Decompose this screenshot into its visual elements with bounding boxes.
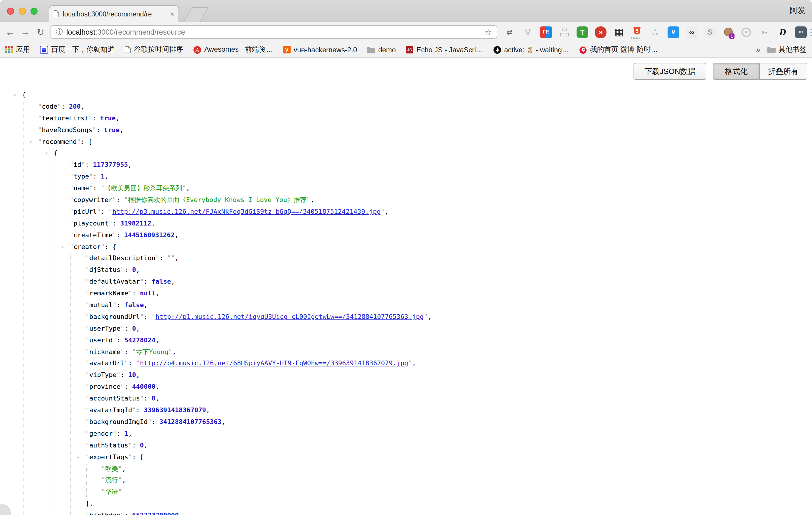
- onepassword-icon[interactable]: •••: [795, 26, 807, 38]
- minimize-window-button[interactable]: [19, 8, 26, 15]
- fe-icon[interactable]: FE: [540, 26, 552, 38]
- json-quote: ": [148, 418, 151, 426]
- json-value-literal: 3412884107765363: [160, 418, 222, 426]
- tampermonkey-shield-icon[interactable]: T: [577, 26, 588, 38]
- download-json-button[interactable]: 下载JSON数据: [634, 63, 706, 80]
- json-quote: ": [85, 418, 89, 426]
- bookmark-vue-hackernews[interactable]: Vvue-hackernews-2.0: [283, 46, 357, 54]
- bookmark-echojs[interactable]: JSEcho JS - JavaScri…: [406, 46, 483, 54]
- sitemap-node: [560, 33, 564, 36]
- json-key: birthday: [89, 512, 120, 515]
- json-quote: ": [120, 266, 124, 274]
- bird-icon[interactable]: ➳: [759, 26, 770, 38]
- expander-triangle-icon[interactable]: ▾: [13, 90, 17, 102]
- sitemap-icon[interactable]: [558, 26, 570, 38]
- qr-code-icon[interactable]: ▦: [613, 26, 625, 38]
- forward-icon[interactable]: →: [18, 27, 33, 37]
- expander-triangle-icon[interactable]: ▾: [29, 137, 32, 148]
- folder-icon: [767, 47, 776, 53]
- bookmark-apps[interactable]: 应用: [5, 45, 30, 55]
- fast-forward-icon[interactable]: »: [595, 26, 607, 38]
- expander-triangle-icon[interactable]: ▾: [45, 148, 48, 160]
- expander-triangle-icon[interactable]: ▾: [61, 241, 64, 253]
- json-value-link[interactable]: http://p1.music.126.net/iqygU3Uicg_cL00I…: [155, 313, 424, 321]
- new-tab-button[interactable]: [183, 7, 209, 23]
- vue-gray-icon[interactable]: V: [522, 26, 534, 38]
- incognito-icon[interactable]: ∞: [686, 26, 697, 38]
- url-bar[interactable]: ⓘ localhost :3000/recommend/resource ☆: [51, 25, 497, 39]
- json-key: creator: [74, 243, 101, 251]
- d-icon[interactable]: D: [777, 26, 788, 38]
- qr-code-icon-glyph: ▦: [614, 26, 624, 38]
- translate-icon[interactable]: ⇄: [504, 26, 516, 38]
- json-quote: ": [136, 360, 140, 367]
- paw-icon[interactable]: ∴: [649, 26, 661, 38]
- json-quote: ": [69, 208, 74, 216]
- tab-close-icon[interactable]: ×: [170, 10, 174, 17]
- json-value-link[interactable]: http://p4.music.126.net/68HSpiyAAVY-HI9-…: [140, 360, 408, 367]
- profile-name[interactable]: 阿发: [790, 5, 806, 16]
- indent-guide: [86, 464, 87, 497]
- json-comma: ,: [144, 301, 148, 309]
- bookmarks-overflow-chevron[interactable]: »: [756, 45, 760, 54]
- json-key: authStatus: [89, 441, 128, 449]
- back-icon[interactable]: ←: [2, 27, 18, 37]
- bookmark-demo[interactable]: demo: [367, 46, 396, 54]
- json-value-literal: 3396391418367079: [144, 406, 206, 414]
- expander-triangle-icon[interactable]: ▾: [77, 452, 80, 464]
- json-quote: ": [88, 115, 92, 122]
- json-colon: :: [92, 115, 100, 122]
- json-value-link[interactable]: http://p3.music.126.net/FJAxNkFoq3dGiS9t…: [112, 208, 381, 216]
- browser-tab[interactable]: localhost:3000/recommend/re ×: [49, 5, 179, 22]
- hourglass-icon: [527, 46, 533, 53]
- json-line: "backgroundUrl": "http://p1.music.126.ne…: [0, 311, 812, 323]
- collapse-all-button[interactable]: 折叠所有: [759, 63, 807, 79]
- zoom-window-button[interactable]: [31, 8, 37, 15]
- json-quote: ": [57, 103, 61, 110]
- browser-window: localhost:3000/recommend/re × 阿发 ← → ↻ ⓘ…: [0, 0, 812, 515]
- bookmark-active[interactable]: active:- waiting…: [493, 46, 569, 54]
- json-comma: ,: [151, 220, 155, 227]
- json-comma: ,: [122, 465, 126, 473]
- json-quote: ": [69, 184, 74, 192]
- bookmark-star-icon[interactable]: ☆: [485, 27, 492, 37]
- monkey-icon[interactable]: 1: [722, 26, 734, 38]
- json-comma: ,: [186, 184, 190, 192]
- s-icon[interactable]: S: [704, 26, 716, 38]
- json-quote: ": [128, 441, 132, 449]
- json-quote: ": [167, 255, 171, 262]
- json-value-literal: 31982112: [120, 220, 151, 227]
- json-quote: ": [85, 278, 89, 286]
- json-line: "djStatus": 0,: [0, 264, 812, 276]
- json-line: ▾"creator": {: [0, 241, 812, 253]
- json-quote: ": [168, 348, 172, 355]
- browser-menu-icon[interactable]: ⋮: [807, 27, 812, 37]
- weibo-gray-icon[interactable]: [741, 26, 752, 38]
- view-mode-segmented-control: 格式化 折叠所有: [713, 63, 807, 80]
- reload-icon[interactable]: ↻: [33, 27, 48, 37]
- json-value-literal: false: [124, 301, 144, 309]
- bookmark-awesomes[interactable]: AAwesomes - 前端资…: [193, 45, 273, 55]
- json-comma: ,: [428, 313, 432, 321]
- json-quote: ": [85, 383, 89, 391]
- bookmark-weibo[interactable]: 我的首页 微博-随时…: [579, 45, 658, 55]
- json-colon: :: [117, 301, 124, 309]
- check-blue-icon[interactable]: ∨: [668, 26, 679, 38]
- json-colon: :: [117, 430, 124, 437]
- json-key: expertTags: [89, 453, 128, 461]
- json-line: "mutual": false,: [0, 299, 812, 311]
- json-quote: ": [69, 161, 74, 169]
- bookmark-baidu[interactable]: 百度一下，你就知道: [40, 45, 115, 55]
- close-window-button[interactable]: [7, 8, 14, 15]
- extension-icons-row: ⇄VFET»▦5PLAYER∴∨∞S1➳D•••: [504, 26, 807, 38]
- format-button[interactable]: 格式化: [713, 63, 759, 79]
- json-quote: ": [113, 336, 117, 344]
- json-colon: :: [116, 196, 124, 204]
- html5-player-icon[interactable]: 5PLAYER: [631, 26, 643, 38]
- json-comma: ,: [136, 371, 140, 379]
- json-line: "vipType": 10,: [0, 370, 812, 381]
- page-info-icon[interactable]: ⓘ: [56, 27, 63, 37]
- bookmark-other-bookmarks[interactable]: 其他书签: [767, 45, 807, 55]
- json-line: "name": "【欧美男团】秒杀耳朵系列",: [0, 183, 812, 194]
- bookmark-google-sort[interactable]: 谷歌按时间排序: [124, 45, 183, 55]
